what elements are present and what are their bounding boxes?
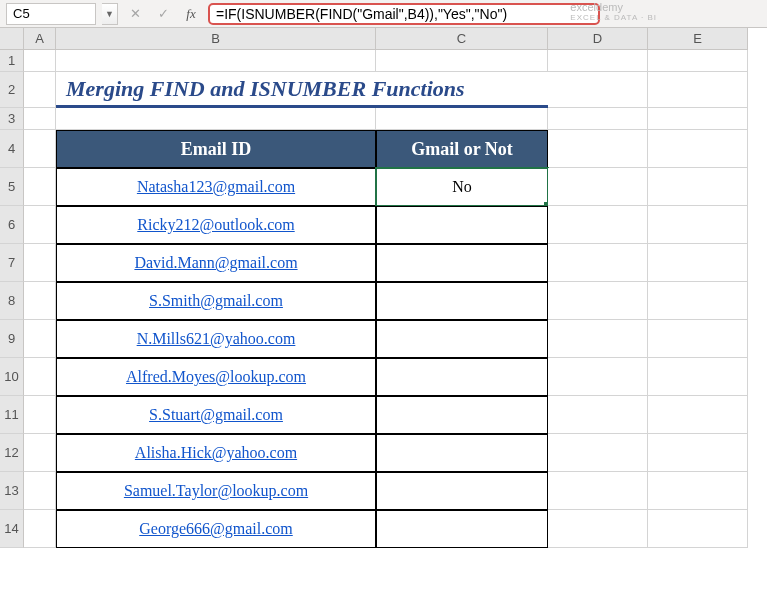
row-header[interactable]: 13: [0, 472, 24, 510]
cell[interactable]: [648, 50, 748, 72]
page-title[interactable]: Merging FIND and ISNUMBER Functions: [56, 72, 548, 108]
cell[interactable]: [648, 396, 748, 434]
cell[interactable]: [648, 320, 748, 358]
cell[interactable]: [648, 72, 748, 108]
cell[interactable]: [548, 206, 648, 244]
cell[interactable]: [24, 396, 56, 434]
cell[interactable]: [648, 282, 748, 320]
cell[interactable]: [548, 130, 648, 168]
row-header[interactable]: 1: [0, 50, 24, 72]
cell[interactable]: [24, 168, 56, 206]
row-header[interactable]: 10: [0, 358, 24, 396]
email-cell[interactable]: Natasha123@gmail.com: [56, 168, 376, 206]
row-header[interactable]: 9: [0, 320, 24, 358]
cell[interactable]: [376, 50, 548, 72]
result-cell[interactable]: [376, 358, 548, 396]
cell[interactable]: [648, 510, 748, 548]
email-link[interactable]: Ricky212@outlook.com: [137, 216, 294, 234]
cell[interactable]: [24, 358, 56, 396]
cell[interactable]: [648, 358, 748, 396]
cell[interactable]: [548, 320, 648, 358]
selected-cell[interactable]: No: [376, 168, 548, 206]
email-link[interactable]: Natasha123@gmail.com: [137, 178, 295, 196]
cell[interactable]: [24, 108, 56, 130]
row-header[interactable]: 14: [0, 510, 24, 548]
email-link[interactable]: Alfred.Moyes@lookup.com: [126, 368, 306, 386]
row-header[interactable]: 7: [0, 244, 24, 282]
col-header-b[interactable]: B: [56, 28, 376, 50]
email-link[interactable]: Alisha.Hick@yahoo.com: [135, 444, 297, 462]
result-cell[interactable]: [376, 282, 548, 320]
row-header[interactable]: 12: [0, 434, 24, 472]
cell[interactable]: [24, 130, 56, 168]
cell[interactable]: [548, 358, 648, 396]
cell[interactable]: [648, 206, 748, 244]
cell[interactable]: [548, 168, 648, 206]
cell[interactable]: [56, 50, 376, 72]
col-header-a[interactable]: A: [24, 28, 56, 50]
col-header-e[interactable]: E: [648, 28, 748, 50]
result-cell[interactable]: [376, 244, 548, 282]
row-header[interactable]: 4: [0, 130, 24, 168]
cell[interactable]: [648, 472, 748, 510]
cell[interactable]: [648, 244, 748, 282]
cell[interactable]: [548, 244, 648, 282]
cell[interactable]: [24, 72, 56, 108]
row-header[interactable]: 5: [0, 168, 24, 206]
cell[interactable]: [548, 72, 648, 108]
result-cell[interactable]: [376, 206, 548, 244]
row-header[interactable]: 11: [0, 396, 24, 434]
fx-button[interactable]: fx: [180, 3, 202, 25]
formula-input[interactable]: =IF(ISNUMBER(FIND("Gmail",B4)),"Yes","No…: [208, 3, 600, 25]
col-header-d[interactable]: D: [548, 28, 648, 50]
email-link[interactable]: S.Smith@gmail.com: [149, 292, 283, 310]
cell[interactable]: [24, 472, 56, 510]
name-box-dropdown[interactable]: ▼: [102, 3, 118, 25]
cell[interactable]: [24, 50, 56, 72]
cell[interactable]: [24, 244, 56, 282]
email-cell[interactable]: Ricky212@outlook.com: [56, 206, 376, 244]
row-header[interactable]: 3: [0, 108, 24, 130]
cell[interactable]: [648, 108, 748, 130]
result-cell[interactable]: [376, 472, 548, 510]
cell[interactable]: [56, 108, 376, 130]
cell[interactable]: [376, 108, 548, 130]
email-cell[interactable]: Samuel.Taylor@lookup.com: [56, 472, 376, 510]
cell[interactable]: [24, 206, 56, 244]
email-link[interactable]: S.Stuart@gmail.com: [149, 406, 283, 424]
header-email-id[interactable]: Email ID: [56, 130, 376, 168]
cell[interactable]: [548, 434, 648, 472]
cell[interactable]: [24, 434, 56, 472]
email-link[interactable]: N.Mills621@yahoo.com: [137, 330, 296, 348]
email-cell[interactable]: Alisha.Hick@yahoo.com: [56, 434, 376, 472]
cell[interactable]: [648, 434, 748, 472]
cell[interactable]: [548, 472, 648, 510]
email-link[interactable]: George666@gmail.com: [139, 520, 293, 538]
email-link[interactable]: David.Mann@gmail.com: [134, 254, 297, 272]
confirm-button[interactable]: ✓: [152, 3, 174, 25]
result-cell[interactable]: [376, 396, 548, 434]
email-cell[interactable]: David.Mann@gmail.com: [56, 244, 376, 282]
cell[interactable]: [548, 50, 648, 72]
result-cell[interactable]: [376, 320, 548, 358]
cell[interactable]: [548, 396, 648, 434]
cell[interactable]: [548, 510, 648, 548]
email-cell[interactable]: George666@gmail.com: [56, 510, 376, 548]
cell[interactable]: [648, 168, 748, 206]
select-all-corner[interactable]: [0, 28, 24, 50]
email-cell[interactable]: S.Smith@gmail.com: [56, 282, 376, 320]
cell[interactable]: [24, 282, 56, 320]
result-cell[interactable]: [376, 510, 548, 548]
header-gmail-or-not[interactable]: Gmail or Not: [376, 130, 548, 168]
row-header[interactable]: 6: [0, 206, 24, 244]
result-cell[interactable]: [376, 434, 548, 472]
cell[interactable]: [648, 130, 748, 168]
cancel-button[interactable]: ✕: [124, 3, 146, 25]
email-cell[interactable]: Alfred.Moyes@lookup.com: [56, 358, 376, 396]
email-cell[interactable]: N.Mills621@yahoo.com: [56, 320, 376, 358]
cell[interactable]: [24, 320, 56, 358]
cell[interactable]: [548, 282, 648, 320]
email-cell[interactable]: S.Stuart@gmail.com: [56, 396, 376, 434]
row-header[interactable]: 8: [0, 282, 24, 320]
email-link[interactable]: Samuel.Taylor@lookup.com: [124, 482, 308, 500]
